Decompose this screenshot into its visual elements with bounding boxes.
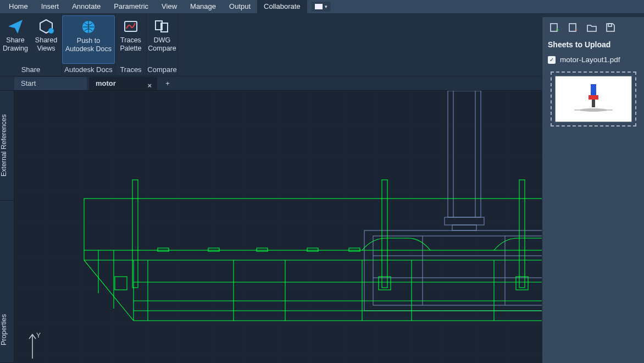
save-button[interactable] <box>604 21 617 34</box>
menu-item-home[interactable]: Home <box>2 0 35 13</box>
svg-rect-33 <box>382 180 387 288</box>
chevron-down-icon: ▾ <box>325 4 327 9</box>
menubar: HomeInsertAnnotateParametricViewManageOu… <box>0 0 644 13</box>
svg-rect-41 <box>307 248 318 251</box>
svg-rect-10 <box>364 230 562 311</box>
svg-text:Y: Y <box>36 332 41 339</box>
svg-rect-8 <box>445 217 484 225</box>
button-label: TracesPalette <box>120 36 142 53</box>
svg-text:−: − <box>574 26 578 33</box>
paper-plane-icon <box>7 18 24 35</box>
tab-add-button[interactable]: + <box>159 77 176 90</box>
svg-rect-40 <box>257 248 268 251</box>
cube-share-icon <box>37 18 55 35</box>
workspace-icon <box>315 4 323 9</box>
open-folder-button[interactable] <box>585 21 598 34</box>
ribbon-group-autodesk-docs: Push toAutodesk DocsAutodesk Docs <box>62 13 115 76</box>
compare-icon <box>153 18 171 35</box>
sheets-upload-panel: +− Sheets to Upload ✓ motor-Layout1.pdf <box>542 17 644 363</box>
svg-rect-53 <box>592 100 595 107</box>
left-rail-tab-properties[interactable]: Properties <box>0 297 14 363</box>
menu-item-annotate[interactable]: Annotate <box>65 0 107 13</box>
left-rail-spacer <box>0 201 14 297</box>
button-label: ShareDrawing <box>3 36 28 53</box>
menu-item-collaborate[interactable]: Collaborate <box>257 0 307 13</box>
traces-palette-button[interactable]: TracesPalette <box>115 15 146 64</box>
ribbon-group-compare: DWGCompareCompare <box>147 13 178 76</box>
svg-rect-11 <box>373 236 553 305</box>
svg-rect-42 <box>349 248 360 251</box>
svg-rect-16 <box>84 199 571 250</box>
svg-rect-39 <box>208 248 219 251</box>
button-label: SharedViews <box>35 36 57 53</box>
svg-rect-49 <box>608 24 612 26</box>
ribbon-group-label: Share <box>0 64 62 76</box>
panel-toolbar: +− <box>542 17 644 38</box>
tab-label: motor <box>96 79 116 87</box>
svg-rect-9 <box>452 225 476 230</box>
ribbon-group-label: Compare <box>147 64 177 76</box>
button-label: DWGCompare <box>148 36 176 53</box>
svg-rect-52 <box>589 95 598 100</box>
shared-views-button[interactable]: SharedViews <box>31 15 62 64</box>
left-rail-tab-external-references[interactable]: External References <box>0 91 14 201</box>
svg-rect-51 <box>591 84 596 95</box>
svg-point-0 <box>48 28 54 34</box>
file-thumbnail[interactable] <box>551 72 636 127</box>
menu-item-manage[interactable]: Manage <box>184 0 223 13</box>
trace-icon <box>122 18 140 35</box>
ribbon-group-label: Traces <box>115 64 146 76</box>
add-sheet-button[interactable]: + <box>548 21 561 34</box>
menu-item-parametric[interactable]: Parametric <box>107 0 155 13</box>
thumbnail-image <box>555 76 632 122</box>
menu-item-output[interactable]: Output <box>223 0 257 13</box>
svg-rect-34 <box>519 180 525 288</box>
file-row[interactable]: ✓ motor-Layout1.pdf <box>542 53 644 68</box>
svg-rect-38 <box>158 248 169 251</box>
ucs-icon: Y <box>24 331 41 361</box>
file-name: motor-Layout1.pdf <box>560 56 620 64</box>
panel-title: Sheets to Upload <box>542 38 644 53</box>
globe-arrow-icon <box>80 18 97 36</box>
left-rail: External References Properties <box>0 91 14 363</box>
workspace-dropdown[interactable]: ▾ <box>312 2 331 12</box>
remove-sheet-button[interactable]: − <box>567 21 580 34</box>
menu-item-insert[interactable]: Insert <box>35 0 66 13</box>
dwg-compare-button[interactable]: DWGCompare <box>147 15 177 64</box>
svg-text:+: + <box>556 26 559 33</box>
file-checkbox[interactable]: ✓ <box>548 56 556 64</box>
button-label: Push toAutodesk Docs <box>65 37 112 53</box>
svg-rect-35 <box>115 277 127 290</box>
ribbon-group-share: ShareDrawingSharedViewsShare <box>0 13 62 76</box>
menu-item-view[interactable]: View <box>155 0 184 13</box>
push-to-docs-button[interactable]: Push toAutodesk Docs <box>62 15 115 64</box>
share-drawing-button[interactable]: ShareDrawing <box>0 15 31 64</box>
ribbon-group-label: Autodesk Docs <box>62 64 115 76</box>
tab-motor[interactable]: motor× <box>89 77 157 90</box>
model-wireframe <box>14 91 633 363</box>
ribbon-group-traces: TracesPaletteTraces <box>115 13 147 76</box>
tab-start[interactable]: Start <box>14 77 87 90</box>
svg-point-54 <box>579 108 608 112</box>
drawing-canvas[interactable]: Y AUTODESK DOCS <box>14 91 633 363</box>
